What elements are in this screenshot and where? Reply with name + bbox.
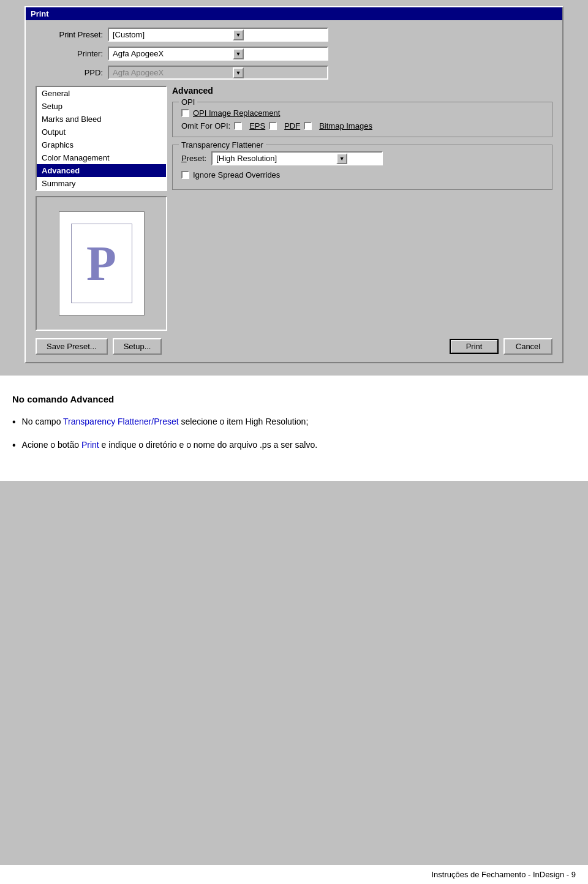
printer-select[interactable]: Agfa ApogeeX ▼ — [108, 47, 328, 61]
transparency-preset-value: [High Resolution] — [213, 153, 335, 164]
instruction-text-2-before: Acione o botão — [22, 440, 81, 450]
print-preview: P — [36, 196, 167, 331]
printer-value: Agfa ApogeeX — [109, 48, 232, 59]
nav-item-output[interactable]: Output — [37, 126, 166, 138]
content-title: Advanced — [172, 86, 552, 96]
content-panel: Advanced OPI OPI Image Replacement Omit … — [172, 86, 552, 331]
pdf-checkbox[interactable] — [269, 122, 277, 130]
opi-image-replacement-row: OPI Image Replacement — [181, 108, 543, 118]
print-preset-value: [Custom] — [109, 29, 232, 40]
instruction-bullet-2: • Acione o botão Print e indique o diret… — [12, 439, 576, 452]
instruction-heading: No comando Advanced — [12, 394, 576, 404]
omit-for-opi-label: Omit For OPI: — [181, 121, 230, 130]
transparency-group-title: Transparency Flattener — [179, 140, 266, 149]
instruction-bullet-1: • No campo Transparency Flattener/Preset… — [12, 415, 576, 429]
dialog-title: Print — [31, 9, 49, 18]
eps-label: EPS — [249, 121, 265, 130]
print-preset-row: Print Preset: [Custom] ▼ — [36, 28, 552, 42]
ppd-dropdown-btn[interactable]: ▼ — [233, 67, 244, 78]
nav-item-color-management[interactable]: Color Management — [37, 151, 166, 164]
eps-checkbox[interactable] — [234, 122, 242, 130]
page-footer: Instruções de Fechamento - InDesign - 9 — [0, 865, 588, 884]
ignore-spread-checkbox[interactable] — [181, 171, 189, 179]
printer-row: Printer: Agfa ApogeeX ▼ — [36, 47, 552, 61]
instruction-text-1: No campo Transparency Flattener/Preset s… — [22, 415, 309, 428]
instruction-highlight-2: Print — [81, 440, 99, 450]
transparency-preset-select[interactable]: [High Resolution] ▼ — [211, 151, 383, 165]
nav-item-general[interactable]: General — [37, 87, 166, 100]
dialog-titlebar: Print — [26, 7, 562, 20]
transparency-preset-label: Preset: — [181, 154, 206, 163]
opi-image-replacement-checkbox[interactable] — [181, 109, 189, 117]
pdf-label: PDF — [284, 121, 300, 130]
opi-image-replacement-label: OPI Image Replacement — [193, 108, 280, 118]
transparency-preset-row: Preset: [High Resolution] ▼ — [181, 151, 543, 165]
bullet-dot-2: • — [12, 439, 16, 452]
ppd-select[interactable]: Agfa ApogeeX ▼ — [108, 66, 328, 80]
cancel-button[interactable]: Cancel — [503, 338, 552, 355]
instruction-highlight-1: Transparency Flattener/Preset — [63, 417, 179, 426]
preview-inner: P — [59, 211, 145, 315]
instruction-text-1-before: No campo — [22, 417, 63, 426]
omit-for-opi-row: Omit For OPI: EPS PDF Bitmap Images — [181, 121, 543, 130]
save-preset-button[interactable]: Save Preset... — [36, 338, 108, 355]
nav-panel: General Setup Marks and Bleed Output Gra… — [36, 86, 167, 331]
bitmap-label: Bitmap Images — [319, 121, 372, 130]
ignore-spread-label: Ignore Spread Overrides — [193, 170, 280, 179]
ppd-value: Agfa ApogeeX — [109, 67, 232, 78]
instruction-text-1-after: selecione o item High Resolution; — [179, 417, 309, 426]
bullet-dot-1: • — [12, 415, 16, 429]
preview-page: P — [71, 224, 132, 303]
nav-item-graphics[interactable]: Graphics — [37, 138, 166, 151]
bitmap-checkbox[interactable] — [304, 122, 312, 130]
opi-group: OPI OPI Image Replacement Omit For OPI: … — [172, 102, 552, 137]
instruction-area: No comando Advanced • No campo Transpare… — [0, 376, 588, 481]
nav-item-summary[interactable]: Summary — [37, 177, 166, 190]
transparency-preset-dropdown-btn[interactable]: ▼ — [336, 153, 347, 164]
print-preset-select[interactable]: [Custom] ▼ — [108, 28, 328, 42]
nav-list: General Setup Marks and Bleed Output Gra… — [36, 86, 167, 191]
ignore-spread-row: Ignore Spread Overrides — [181, 170, 543, 179]
transparency-group: Transparency Flattener Preset: [High Res… — [172, 145, 552, 190]
setup-button[interactable]: Setup... — [113, 338, 162, 355]
nav-item-advanced[interactable]: Advanced — [37, 164, 166, 177]
ppd-row: PPD: Agfa ApogeeX ▼ — [36, 66, 552, 80]
ppd-label: PPD: — [36, 68, 103, 77]
footer-text: Instruções de Fechamento - InDesign - 9 — [431, 870, 576, 879]
print-button[interactable]: Print — [450, 339, 499, 354]
nav-item-setup[interactable]: Setup — [37, 100, 166, 113]
printer-dropdown-btn[interactable]: ▼ — [233, 48, 244, 59]
nav-item-marks-and-bleed[interactable]: Marks and Bleed — [37, 113, 166, 126]
instruction-text-2: Acione o botão Print e indique o diretór… — [22, 439, 318, 451]
print-preset-label: Print Preset: — [36, 30, 103, 39]
print-preset-dropdown-btn[interactable]: ▼ — [233, 29, 244, 40]
print-dialog: Print Print Preset: [Custom] ▼ Printer: … — [24, 6, 564, 363]
printer-label: Printer: — [36, 49, 103, 58]
button-row: Save Preset... Setup... Print Cancel — [36, 338, 552, 355]
preview-letter: P — [86, 239, 116, 288]
instruction-text-2-after: e indique o diretório e o nome do arquiv… — [99, 440, 317, 450]
opi-group-title: OPI — [179, 97, 197, 107]
